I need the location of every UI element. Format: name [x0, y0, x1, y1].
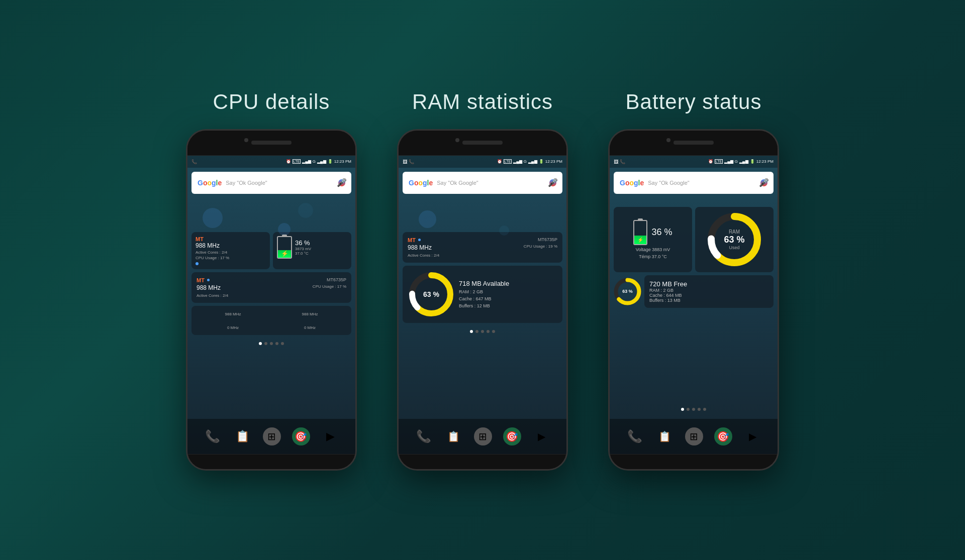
- battery-dock: 📞 📋 ⊞ 🎯 ▶: [610, 419, 778, 454]
- ram-alarm-icon: ⏰: [497, 159, 502, 164]
- dock-phone-icon[interactable]: 📞: [203, 427, 222, 446]
- ram-wifi-icon: ▂▄▆: [528, 159, 537, 164]
- ram-phone-top: [399, 131, 566, 156]
- battery-bolt-2: ⚡: [637, 237, 643, 243]
- battery-phone-top: [610, 131, 778, 156]
- ram-nav-dot-4: [487, 330, 490, 333]
- ram-screen-content: MT 988 MHz Active Cores : 2/4 MT6735P CP…: [399, 198, 566, 419]
- batt-dock-docs[interactable]: 📋: [655, 427, 674, 446]
- ram-dock-play[interactable]: ▶: [532, 427, 551, 446]
- status-bar: 📞 ⏰ LTE ▂▄▆ G ▂▄▆ 🔋 12:23 PM: [187, 156, 355, 168]
- cpu-phone-screen: 📞 ⏰ LTE ▂▄▆ G ▂▄▆ 🔋 12:23 PM Google Say …: [187, 156, 355, 454]
- ram-lte-label: LTE: [504, 159, 512, 164]
- ram-nav-dot-active: [470, 330, 473, 333]
- battery-voltage: Voltage 3883 mV: [636, 247, 670, 252]
- ram-cpu-model: MT6735P: [538, 237, 557, 242]
- battery-widgets-area: ⚡ 36 % Voltage 3883 mV Témp 37.0 °C: [614, 207, 774, 308]
- cpu-bottom-widget: MT 988 MHz Active Cores : 2/4 MT6735P CP…: [191, 272, 351, 303]
- ram-nav-dot-3: [481, 330, 484, 333]
- battery-mic-icon[interactable]: 🎤: [760, 179, 767, 186]
- batt-dock-camera[interactable]: 🎯: [714, 427, 732, 445]
- mic-icon[interactable]: 🎤: [338, 179, 345, 186]
- battery-mv: 3873 mV: [295, 247, 311, 251]
- cpu-phone: 📞 ⏰ LTE ▂▄▆ G ▂▄▆ 🔋 12:23 PM Google Say …: [186, 129, 357, 471]
- bokeh-2: [278, 223, 291, 236]
- battery-icon-row: ⚡ 36 %: [633, 220, 672, 245]
- dock-play-icon[interactable]: ▶: [321, 427, 340, 446]
- batt-dock-apps[interactable]: ⊞: [685, 427, 703, 445]
- ram-speaker: [462, 141, 503, 145]
- ram-donut-widget: 63 % 718 MB Available RAM : 2 GB Cache :…: [403, 266, 562, 323]
- large-donut-label: RAM: [724, 229, 744, 235]
- status-left: 📞: [191, 159, 197, 164]
- screenshot-icon: 🖼: [403, 159, 407, 164]
- status-right: ⏰ LTE ▂▄▆ G ▂▄▆ 🔋 12:23 PM: [286, 159, 351, 164]
- ram-donut-pct: 63 %: [423, 290, 439, 298]
- battery-search-bar[interactable]: Google Say "Ok Google" 🎤: [614, 172, 774, 194]
- batt-signal-icon: ▂▄▆: [724, 159, 733, 164]
- ram-time-display: 12:23 PM: [545, 159, 562, 164]
- search-placeholder: Say "Ok Google": [226, 180, 334, 186]
- cpu-top-left-widget: MT 988 MHz Active Cores : 2/4 CPU Usage …: [191, 232, 270, 269]
- ram-available: 718 MB Available: [459, 280, 509, 287]
- ram-call-icon: 📞: [409, 159, 414, 164]
- cpu-top-row: MT 988 MHz Active Cores : 2/4 CPU Usage …: [191, 232, 351, 269]
- nav-dots-battery: [614, 404, 774, 415]
- battery-widget-inner: ⚡ 36 % 3873 mV 37.0 °C: [277, 236, 347, 259]
- ram-cpu-left: MT 988 MHz Active Cores : 2/4: [408, 237, 439, 258]
- battery-bottom-row: 63 % 720 MB Free RAM : 2 GB Cache : 644 …: [614, 275, 774, 308]
- cpu-freq-1: 988 MHz: [196, 242, 266, 249]
- g-label: G: [313, 159, 316, 164]
- mt-label-1: MT: [196, 236, 266, 242]
- ram-nav-dot-2: [475, 330, 478, 333]
- batt-time-display: 12:23 PM: [756, 159, 774, 164]
- ram-phone: 🖼 📞 ⏰ LTE ▂▄▆ G ▂▄▆ 🔋 12:23 PM Google: [397, 129, 568, 471]
- battery-ram-large-donut: RAM 63 % Used: [707, 212, 762, 267]
- dock-apps-icon[interactable]: ⊞: [263, 427, 281, 445]
- ram-bokeh-2: [499, 226, 509, 236]
- ram-dock-phone[interactable]: 📞: [414, 427, 433, 446]
- ram-mt-label: MT: [408, 237, 439, 243]
- dock-camera-icon[interactable]: 🎯: [292, 427, 310, 445]
- nav-dots-cpu: [191, 338, 351, 349]
- search-bar[interactable]: Google Say "Ok Google" 🎤: [191, 172, 351, 194]
- ram-status-right: ⏰ LTE ▂▄▆ G ▂▄▆ 🔋 12:23 PM: [497, 159, 562, 164]
- batt-g-label: G: [735, 159, 738, 164]
- ram-dock: 📞 📋 ⊞ 🎯 ▶: [399, 419, 566, 454]
- cpu-dock: 📞 📋 ⊞ 🎯 ▶: [187, 419, 355, 454]
- batt-ram-buffers: Buffers : 13 MB: [649, 298, 768, 303]
- ram-dock-apps[interactable]: ⊞: [474, 427, 492, 445]
- battery-fill-2: ⚡: [634, 236, 646, 244]
- ram-dock-docs[interactable]: 📋: [444, 427, 463, 446]
- ram-mic-icon[interactable]: 🎤: [549, 179, 556, 186]
- ram-phone-screen: 🖼 📞 ⏰ LTE ▂▄▆ G ▂▄▆ 🔋 12:23 PM Google: [399, 156, 566, 454]
- batt-wifi-icon: ▂▄▆: [739, 159, 748, 164]
- battery-search-placeholder: Say "Ok Google": [648, 180, 756, 186]
- mt-dot: [207, 279, 210, 281]
- ram-signal-icon: ▂▄▆: [513, 159, 522, 164]
- ram-mt-dot: [418, 239, 421, 241]
- batt-dock-play[interactable]: ▶: [743, 427, 762, 446]
- battery-phone: 🖼 📞 ⏰ LTE ▂▄▆ G ▂▄▆ 🔋 12:23 PM Google: [608, 129, 779, 471]
- battery-icon-widget: ⚡: [277, 236, 292, 259]
- ram-search-bar[interactable]: Google Say "Ok Google" 🎤: [403, 172, 562, 194]
- ram-widgets-area: MT 988 MHz Active Cores : 2/4 MT6735P CP…: [403, 232, 562, 323]
- ram-donut-chart: 63 %: [409, 272, 454, 317]
- nav-dot-4: [275, 342, 278, 345]
- ram-bottom-card: 720 MB Free RAM : 2 GB Cache : 644 MB Bu…: [644, 275, 774, 308]
- battery-google-logo: Google: [620, 179, 644, 187]
- nav-dot-3: [270, 342, 273, 345]
- dock-docs-icon[interactable]: 📋: [233, 427, 252, 446]
- cpu-cores-1: Active Cores : 2/4: [196, 250, 266, 255]
- batt-dock-phone[interactable]: 📞: [625, 427, 644, 446]
- ram-dock-camera[interactable]: 🎯: [503, 427, 521, 445]
- nav-dots-ram: [403, 326, 562, 337]
- ram-phone-bottom: [399, 454, 566, 469]
- alarm-icon: ⏰: [286, 159, 291, 164]
- lte-label: LTE: [293, 159, 301, 164]
- battery-status-left: 🖼 📞: [614, 159, 625, 164]
- batt-lte-label: LTE: [715, 159, 723, 164]
- ram-donut-center: 63 %: [423, 290, 439, 298]
- battery-text: 36 % 3873 mV 37.0 °C: [295, 239, 311, 256]
- large-donut-pct: 63 %: [724, 235, 744, 245]
